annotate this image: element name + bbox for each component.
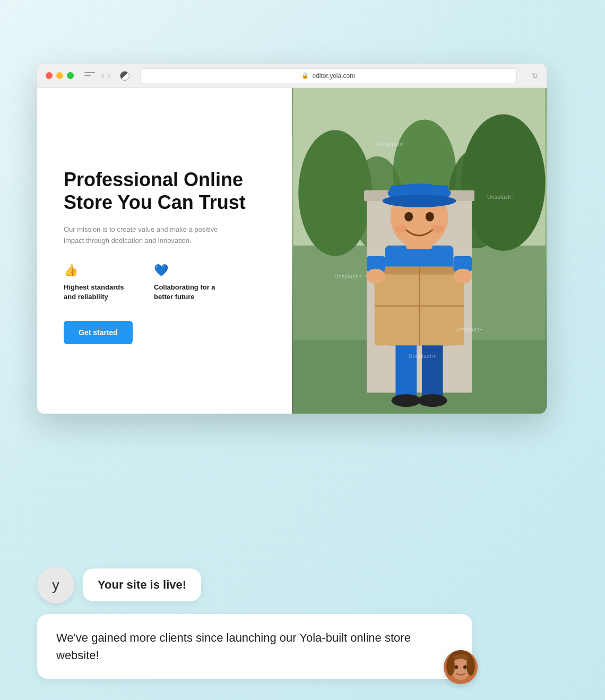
chat-bubble-testimonial: We've gained more clients since launchin…: [37, 614, 472, 679]
svg-point-28: [404, 212, 413, 222]
right-panel: Unsplash+ Unsplash+ Unsplash+ Unsplash+ …: [292, 88, 547, 414]
svg-rect-10: [395, 340, 417, 403]
watermark-1: Unsplash+: [377, 141, 404, 147]
address-bar[interactable]: 🔒 editor.yola.com: [140, 68, 517, 83]
traffic-lights: [46, 72, 74, 79]
url-text: editor.yola.com: [312, 72, 355, 80]
svg-point-37: [463, 666, 466, 669]
forward-button[interactable]: ›: [107, 71, 110, 81]
back-button[interactable]: ‹: [101, 71, 104, 81]
watermark-3: Unsplash+: [334, 274, 362, 279]
brightness-icon: [120, 71, 129, 81]
chat-bubble-live: Your site is live!: [83, 568, 201, 601]
hero-description: Our mission is to create value and make …: [64, 224, 223, 247]
svg-point-31: [431, 224, 444, 233]
thumbs-up-icon: 👍: [64, 264, 133, 277]
svg-point-27: [383, 195, 456, 207]
svg-point-12: [392, 394, 421, 407]
close-button[interactable]: [46, 72, 53, 79]
svg-point-21: [366, 269, 385, 284]
svg-point-30: [394, 224, 407, 233]
user-avatar: [444, 650, 478, 684]
svg-point-39: [466, 657, 475, 676]
heart-icon: 💙: [154, 264, 223, 277]
yola-avatar: y: [37, 566, 74, 603]
hero-title: Professional Online Store You Can Trust: [64, 168, 265, 214]
watermark-4: Unsplash+: [455, 327, 483, 332]
maximize-button[interactable]: [67, 72, 74, 79]
browser-window: ‹ › 🔒 editor.yola.com ↻ Professional Onl…: [37, 64, 547, 414]
delivery-image: Unsplash+ Unsplash+ Unsplash+ Unsplash+ …: [292, 88, 547, 414]
left-panel: Professional Online Store You Can Trust …: [37, 88, 292, 414]
svg-point-29: [426, 212, 434, 222]
nav-arrows: ‹ ›: [101, 71, 110, 81]
svg-point-36: [455, 666, 458, 669]
feature-item-2: 💙 Collaborating for a better future: [154, 264, 223, 302]
watermark-5: Unsplash+: [409, 353, 436, 359]
svg-point-13: [418, 394, 447, 407]
svg-point-22: [453, 269, 472, 284]
feature-label-1: Highest standards and reliability: [64, 283, 133, 302]
features-row: 👍 Highest standards and reliability 💙 Co…: [64, 264, 265, 302]
svg-point-38: [446, 657, 455, 676]
chat-section: y Your site is live! We've gained more c…: [37, 566, 515, 679]
chat-row-top: y Your site is live!: [37, 566, 515, 603]
feature-label-2: Collaborating for a better future: [154, 283, 223, 302]
watermark-2: Unsplash+: [487, 194, 515, 200]
svg-rect-11: [422, 340, 443, 403]
get-started-button[interactable]: Get started: [64, 321, 133, 344]
browser-chrome: ‹ › 🔒 editor.yola.com ↻: [37, 64, 547, 88]
sidebar-toggle-icon[interactable]: [84, 72, 95, 80]
lock-icon: 🔒: [301, 72, 309, 79]
website-content: Professional Online Store You Can Trust …: [37, 88, 547, 414]
reload-icon[interactable]: ↻: [532, 72, 538, 80]
feature-item-1: 👍 Highest standards and reliability: [64, 264, 133, 302]
minimize-button[interactable]: [56, 72, 63, 79]
